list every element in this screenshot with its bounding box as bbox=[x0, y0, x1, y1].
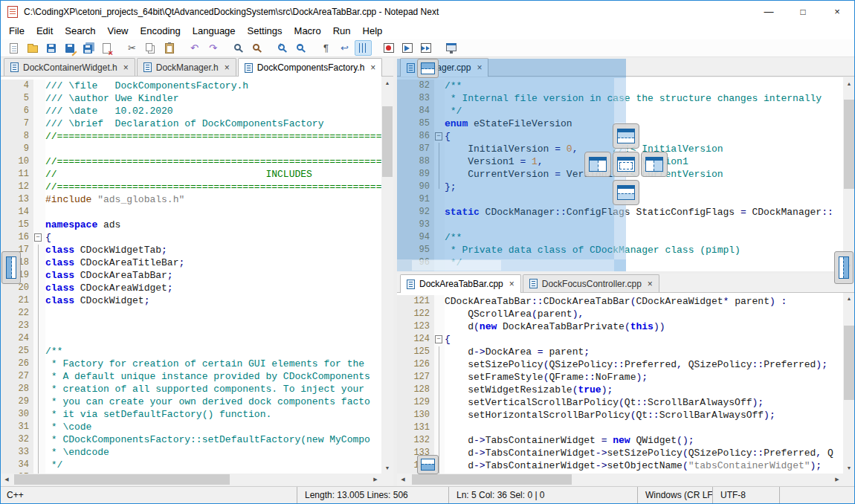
drop-indicator-container-top[interactable] bbox=[417, 59, 439, 78]
indent-guides-button[interactable] bbox=[355, 40, 372, 56]
scroll-left-icon[interactable]: ◀ bbox=[1, 474, 13, 485]
menu-run[interactable]: Run bbox=[327, 23, 357, 39]
scrollbar-thumb[interactable] bbox=[412, 474, 572, 485]
minimize-button[interactable]: — bbox=[752, 1, 786, 22]
menu-search[interactable]: Search bbox=[59, 23, 101, 39]
zoom-in-button[interactable] bbox=[274, 40, 291, 56]
drop-indicator-container-bottom[interactable] bbox=[417, 455, 439, 474]
fold-margin[interactable]: − bbox=[434, 295, 445, 474]
line-number: 33 bbox=[1, 446, 29, 459]
close-button[interactable]: × bbox=[820, 1, 854, 22]
scroll-up-icon[interactable]: ▲ bbox=[843, 292, 855, 304]
scroll-down-icon[interactable]: ▼ bbox=[843, 462, 855, 474]
menu-macro[interactable]: Macro bbox=[288, 23, 327, 39]
close-file-button[interactable] bbox=[98, 40, 115, 56]
menu-file[interactable]: File bbox=[3, 23, 30, 39]
code-line: class CDockAreaWidget; bbox=[45, 282, 381, 294]
horizontal-scrollbar[interactable]: ◀ ▶ bbox=[397, 474, 843, 485]
show-all-characters-button[interactable]: ¶ bbox=[317, 40, 335, 56]
redo-button[interactable]: ↷ bbox=[204, 40, 222, 56]
menu-settings[interactable]: Settings bbox=[242, 23, 288, 39]
redo-icon: ↷ bbox=[209, 43, 217, 53]
fold-margin[interactable]: − bbox=[33, 80, 45, 474]
record-macro-button[interactable] bbox=[380, 40, 397, 56]
status-language[interactable]: C++ bbox=[1, 487, 297, 503]
status-eol-format[interactable]: Windows (CR LF) bbox=[637, 487, 712, 503]
menu-language[interactable]: Language bbox=[187, 23, 242, 39]
undo-button[interactable]: ↶ bbox=[186, 40, 203, 56]
show-folder-as-workspace-button[interactable] bbox=[442, 40, 459, 56]
editor-dockareatabbar[interactable]: 1211221231241251261271281291301311321331… bbox=[397, 292, 843, 474]
tab-close-icon[interactable]: × bbox=[225, 62, 230, 73]
scroll-up-icon[interactable]: ▲ bbox=[843, 77, 855, 89]
zoom-out-button[interactable] bbox=[292, 40, 309, 56]
horizontal-scrollbar[interactable]: ◀ ▶ bbox=[1, 474, 381, 485]
word-wrap-button[interactable]: ↩ bbox=[336, 40, 353, 56]
code-line: setWidgetResizable(true); bbox=[445, 384, 843, 396]
tab-close-icon[interactable]: × bbox=[370, 62, 375, 73]
save-all-button[interactable] bbox=[80, 40, 97, 56]
tab-dockfocuscontroller-cpp[interactable]: DockFocusController.cpp × bbox=[523, 274, 659, 292]
editor-dockcomponentsfactory[interactable]: 4567891011121314151617181920212223242526… bbox=[1, 77, 381, 474]
code-line: /// \brief Declaration of DockComponents… bbox=[45, 117, 381, 130]
scrollbar-thumb[interactable] bbox=[844, 326, 854, 400]
scroll-right-icon[interactable]: ▶ bbox=[831, 474, 843, 485]
menu-view[interactable]: View bbox=[102, 23, 135, 39]
tab-close-icon[interactable]: × bbox=[509, 279, 514, 289]
fold-cell bbox=[33, 320, 45, 332]
open-file-button[interactable] bbox=[24, 40, 41, 56]
new-file-button[interactable] bbox=[5, 40, 22, 56]
vertical-scrollbar[interactable]: ▲ ▼ bbox=[843, 77, 855, 271]
drop-indicator-area-bottom[interactable] bbox=[613, 180, 639, 205]
drop-indicator-area-right[interactable] bbox=[641, 152, 668, 177]
line-number: 14 bbox=[1, 206, 29, 219]
drop-indicator-area-center[interactable] bbox=[613, 152, 639, 177]
tab-dockareatabbar-cpp[interactable]: DockAreaTabBar.cpp × bbox=[400, 274, 521, 293]
scrollbar-thumb[interactable] bbox=[382, 106, 393, 177]
replace-button[interactable] bbox=[248, 40, 265, 56]
copy-button[interactable] bbox=[142, 40, 159, 56]
code-area[interactable]: /// \file DockComponentsFactory.h/// \au… bbox=[45, 80, 381, 474]
fold-cell bbox=[33, 206, 45, 219]
scroll-down-icon[interactable]: ▼ bbox=[381, 462, 393, 474]
status-encoding[interactable]: UTF-8 bbox=[712, 487, 779, 503]
save-file-button[interactable] bbox=[42, 40, 59, 56]
drop-indicator-area-top[interactable] bbox=[613, 123, 639, 149]
tab-close-icon[interactable]: × bbox=[123, 62, 129, 73]
fold-cell bbox=[33, 193, 45, 206]
scroll-right-icon[interactable]: ▶ bbox=[370, 474, 381, 485]
tab-dockcomponentsfactory-h[interactable]: DockComponentsFactory.h × bbox=[238, 58, 383, 77]
code-line: /// \date 10.02.2020 bbox=[45, 105, 381, 117]
scrollbar-thumb[interactable] bbox=[844, 100, 854, 189]
menu-help[interactable]: Help bbox=[357, 23, 389, 39]
cut-button[interactable]: ✂ bbox=[123, 40, 141, 56]
status-bar: C++ Length: 13.005 Lines: 506 Ln: 5 Col:… bbox=[1, 486, 854, 503]
vertical-scrollbar[interactable]: ▲ ▼ bbox=[843, 292, 855, 474]
tab-close-icon[interactable]: × bbox=[648, 279, 653, 289]
code-line: { bbox=[45, 231, 381, 244]
find-button[interactable] bbox=[230, 40, 247, 56]
menu-encoding[interactable]: Encoding bbox=[135, 23, 187, 39]
save-file-as-button[interactable] bbox=[61, 40, 78, 56]
play-macro-button[interactable] bbox=[399, 40, 416, 56]
run-macro-multiple-button[interactable] bbox=[417, 40, 434, 56]
fold-cell bbox=[33, 370, 45, 383]
fold-collapse-icon[interactable]: − bbox=[34, 233, 42, 242]
tab-dockmanager-h[interactable]: DockManager.h × bbox=[137, 58, 236, 76]
code-line: d(new DockAreaTabBarPrivate(this)) bbox=[445, 320, 843, 333]
indent-guides-icon bbox=[359, 43, 367, 53]
menu-edit[interactable]: Edit bbox=[30, 23, 59, 39]
paste-button[interactable] bbox=[161, 40, 178, 56]
scroll-left-icon[interactable]: ◀ bbox=[397, 474, 409, 485]
drop-indicator-container-right[interactable] bbox=[834, 251, 854, 284]
drop-indicator-area-left[interactable] bbox=[584, 152, 611, 177]
fold-cell bbox=[434, 320, 445, 333]
tab-dockcontainerwidget-h[interactable]: DockContainerWidget.h × bbox=[4, 58, 135, 76]
drop-indicator-container-left[interactable] bbox=[1, 251, 21, 284]
fold-collapse-icon[interactable]: − bbox=[435, 335, 442, 343]
scroll-up-icon[interactable]: ▲ bbox=[381, 77, 393, 88]
maximize-button[interactable]: □ bbox=[786, 1, 820, 22]
code-area[interactable]: CDockAreaTabBar::CDockAreaTabBar(CDockAr… bbox=[445, 295, 843, 474]
vertical-scrollbar[interactable]: ▲ ▼ bbox=[381, 77, 393, 474]
scrollbar-thumb[interactable] bbox=[14, 474, 230, 485]
